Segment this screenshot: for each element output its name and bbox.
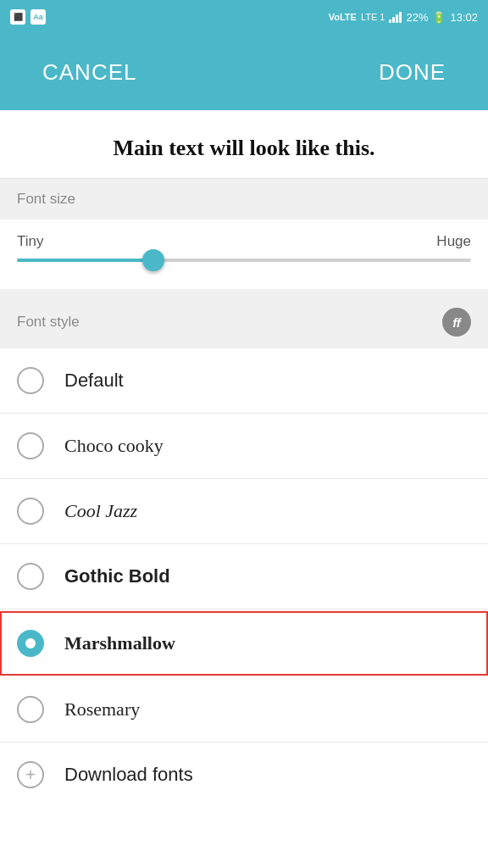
status-bar: ⬛ Aa VoLTE LTE 1 22% 🔋 13:02 [0, 0, 488, 34]
preview-section: Main text will look like this. [0, 110, 488, 179]
radio-default[interactable] [17, 367, 44, 394]
battery-icon: 🔋 [432, 11, 446, 24]
font-size-section: Tiny Huge [0, 220, 488, 296]
font-style-label: Font style [17, 314, 80, 331]
font-name-cool-jazz: Cool Jazz [64, 500, 137, 522]
font-item-default[interactable]: Default [0, 348, 488, 414]
download-fonts-label: Download fonts [64, 764, 193, 786]
font-name-marshmallow: Marshmallow [64, 632, 175, 654]
font-item-gothic-bold[interactable]: Gothic Bold [0, 544, 488, 609]
plus-icon: + [17, 761, 44, 788]
font-size-slider[interactable] [17, 259, 471, 262]
status-bar-left: ⬛ Aa [10, 9, 46, 25]
time: 13:02 [450, 11, 478, 24]
radio-rosemary[interactable] [17, 696, 44, 723]
font-size-label: Font size [17, 191, 75, 208]
font-name-rosemary: Rosemary [64, 698, 140, 721]
radio-choco-cooky[interactable] [17, 432, 44, 459]
download-fonts-item[interactable]: + Download fonts [0, 743, 488, 807]
slider-labels: Tiny Huge [17, 233, 471, 250]
font-size-header: Font size [0, 179, 488, 220]
font-item-cool-jazz[interactable]: Cool Jazz [0, 479, 488, 544]
slider-thumb[interactable] [142, 249, 164, 271]
network-label: VoLTE [329, 12, 357, 22]
signal-bars [389, 11, 402, 23]
radio-cool-jazz[interactable] [17, 498, 44, 525]
screenshot-icon: ⬛ [10, 9, 25, 25]
font-icon: Aa [30, 9, 46, 25]
font-style-list: Default Choco cooky Cool Jazz Gothic Bol… [0, 348, 488, 807]
slider-min-label: Tiny [17, 233, 44, 250]
font-name-default: Default [64, 370, 124, 392]
font-item-choco-cooky[interactable]: Choco cooky [0, 414, 488, 479]
font-item-rosemary[interactable]: Rosemary [0, 677, 488, 743]
font-name-gothic-bold: Gothic Bold [64, 565, 170, 587]
slider-fill [17, 259, 153, 262]
ff-badge[interactable]: ff [442, 308, 471, 337]
radio-marshmallow[interactable] [17, 630, 44, 657]
cancel-button[interactable]: CANCEL [25, 51, 153, 94]
font-item-marshmallow[interactable]: Marshmallow [0, 611, 488, 676]
ff-badge-text: ff [452, 315, 461, 330]
action-bar: CANCEL DONE [0, 34, 488, 110]
font-name-choco-cooky: Choco cooky [64, 435, 164, 457]
battery-percent: 22% [406, 11, 428, 24]
slider-max-label: Huge [436, 233, 471, 250]
radio-gothic-bold[interactable] [17, 563, 44, 590]
done-button[interactable]: DONE [362, 51, 463, 94]
font-style-header: Font style ff [0, 296, 488, 348]
lte-label: LTE 1 [361, 12, 385, 22]
preview-text: Main text will look like this. [17, 136, 471, 161]
status-bar-right: VoLTE LTE 1 22% 🔋 13:02 [329, 11, 478, 24]
